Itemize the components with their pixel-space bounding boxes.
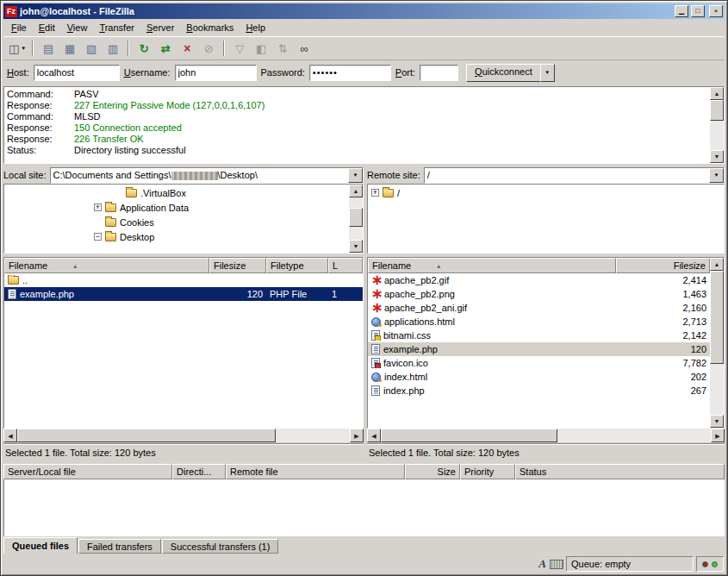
scroll-down-icon[interactable]: ▼ — [349, 240, 363, 253]
port-input[interactable] — [420, 65, 458, 81]
file-row[interactable]: ∗ apache_pb2.gif 2,414 — [368, 273, 710, 287]
file-row[interactable]: index.html 202 — [368, 370, 710, 384]
file-row-parent-dir[interactable]: .. — [4, 273, 363, 287]
scroll-left-icon[interactable]: ◀ — [367, 429, 381, 442]
tab-failed-transfers[interactable]: Failed transfers — [78, 539, 161, 554]
menu-server[interactable]: Server — [140, 20, 180, 35]
scrollbar-track[interactable] — [276, 429, 350, 442]
speed-limit-icon[interactable] — [550, 560, 563, 569]
local-horizontal-scrollbar[interactable]: ◀ ▶ — [3, 429, 364, 442]
column-header-size[interactable]: Size — [405, 464, 460, 479]
column-header-direction[interactable]: Directi... — [172, 464, 226, 479]
column-header-filesize[interactable]: Filesize — [616, 258, 710, 273]
queue-list-body[interactable] — [3, 479, 725, 536]
scrollbar-thumb[interactable] — [381, 429, 557, 442]
expand-plus-icon[interactable]: + — [371, 189, 379, 197]
scroll-down-icon[interactable]: ▼ — [710, 415, 724, 428]
tree-item-application-data[interactable]: + Application Data — [4, 200, 349, 215]
scroll-up-icon[interactable]: ▲ — [710, 87, 724, 100]
column-header-remote-file[interactable]: Remote file — [226, 464, 405, 479]
collapse-minus-icon[interactable]: − — [94, 233, 102, 241]
tree-item-virtualbox[interactable]: .VirtualBox — [4, 185, 349, 200]
column-header-filetype[interactable]: Filetype — [266, 258, 328, 273]
toggle-local-tree-button[interactable]: ▦ — [59, 39, 80, 58]
tree-item-root[interactable]: + / — [368, 185, 724, 200]
remote-vertical-scrollbar[interactable]: ▲ ▼ — [710, 258, 724, 428]
local-path-dropdown-button[interactable]: ▼ — [348, 168, 363, 183]
column-header-last-modified[interactable]: L — [328, 258, 363, 273]
file-row[interactable]: favicon.ico 7,782 — [368, 356, 710, 370]
column-header-filesize[interactable]: Filesize — [209, 258, 266, 273]
quickconnect-dropdown-button[interactable]: ▼ — [540, 64, 555, 82]
menu-transfer[interactable]: Transfer — [93, 20, 140, 35]
tab-queued-files[interactable]: Queued files — [3, 537, 78, 554]
menu-file[interactable]: File — [5, 20, 33, 35]
scrollbar-thumb[interactable] — [349, 208, 363, 227]
tree-item-cookies[interactable]: Cookies — [4, 215, 349, 229]
column-header-filename[interactable]: Filename ▴ — [4, 258, 209, 273]
scroll-left-icon[interactable]: ◀ — [3, 429, 17, 442]
scroll-right-icon[interactable]: ▶ — [711, 429, 725, 442]
toggle-queue-button[interactable]: ▥ — [103, 39, 123, 58]
sync-browse-button[interactable]: ⇅ — [272, 39, 293, 58]
process-queue-button[interactable]: ⇄ — [155, 39, 176, 58]
tree-item-desktop[interactable]: − Desktop — [4, 229, 349, 244]
menu-view[interactable]: View — [61, 20, 94, 35]
file-row[interactable]: applications.html 2,713 — [368, 315, 710, 329]
minimize-button[interactable]: ▁ — [675, 5, 688, 17]
quickconnect-button[interactable]: Quickconnect — [466, 64, 541, 82]
close-button[interactable]: × — [709, 5, 723, 17]
find-button[interactable]: ∞ — [294, 39, 314, 58]
filter-button[interactable]: ▽ — [229, 39, 250, 58]
local-tree-scrollbar[interactable]: ▲ ▼ — [349, 185, 363, 253]
file-row-example-php[interactable]: example.php 120 — [368, 342, 710, 356]
column-header-server-local-file[interactable]: Server/Local file — [3, 464, 172, 479]
local-path-combobox[interactable]: C:\Documents and Settings\\Desktop\ ▼ — [50, 167, 364, 184]
file-row[interactable]: bitnami.css 2,142 — [368, 329, 710, 342]
scroll-up-icon[interactable]: ▲ — [710, 258, 724, 271]
scrollbar-track[interactable] — [557, 429, 711, 442]
menu-help[interactable]: Help — [240, 20, 271, 35]
scroll-up-icon[interactable]: ▲ — [349, 185, 363, 197]
disconnect-button[interactable]: ⊘ — [198, 39, 219, 58]
column-header-status[interactable]: Status — [515, 464, 725, 479]
title-bar[interactable]: Fz john@localhost - FileZilla ▁ □ × — [3, 3, 725, 19]
chevron-down-icon[interactable]: ▼ — [21, 46, 26, 51]
file-row[interactable]: ∗ apache_pb2.png 1,463 — [368, 287, 710, 301]
scroll-down-icon[interactable]: ▼ — [710, 150, 724, 163]
tab-successful-transfers[interactable]: Successful transfers (1) — [162, 539, 279, 554]
remote-horizontal-scrollbar[interactable]: ◀ ▶ — [367, 429, 725, 442]
message-log-scrollbar[interactable]: ▲ ▼ — [710, 87, 724, 163]
refresh-button[interactable]: ↻ — [134, 39, 154, 58]
scrollbar-track[interactable] — [349, 197, 363, 208]
scrollbar-track[interactable] — [710, 121, 724, 150]
compare-button[interactable]: ◧ — [251, 39, 271, 58]
password-input[interactable] — [309, 65, 391, 81]
toggle-remote-tree-button[interactable]: ▧ — [81, 39, 102, 58]
scrollbar-track[interactable] — [349, 227, 363, 240]
refresh-icon: ↻ — [140, 43, 149, 54]
scrollbar-thumb[interactable] — [710, 100, 724, 121]
maximize-button[interactable]: □ — [691, 5, 705, 17]
cancel-button[interactable]: × — [177, 39, 197, 58]
file-row[interactable]: index.php 267 — [368, 384, 710, 398]
remote-path-combobox[interactable]: / ▼ — [424, 167, 725, 184]
data-type-indicator-icon[interactable]: A — [538, 557, 547, 571]
expand-plus-icon[interactable]: + — [94, 203, 102, 211]
menu-bookmarks[interactable]: Bookmarks — [180, 20, 240, 35]
remote-path-dropdown-button[interactable]: ▼ — [709, 168, 724, 183]
menu-edit[interactable]: Edit — [33, 20, 61, 35]
file-row[interactable]: ∗ apache_pb2_ani.gif 2,160 — [368, 301, 710, 315]
username-input[interactable] — [175, 65, 257, 81]
host-input[interactable] — [34, 65, 120, 81]
file-row-example-php[interactable]: example.php 120 PHP File 1 — [4, 287, 363, 301]
scrollbar-thumb[interactable] — [710, 271, 724, 364]
column-header-filename[interactable]: Filename ▴ — [368, 258, 616, 273]
column-header-priority[interactable]: Priority — [460, 464, 515, 479]
scrollbar-track[interactable] — [710, 364, 724, 415]
scrollbar-thumb[interactable] — [17, 429, 276, 442]
scroll-right-icon[interactable]: ▶ — [350, 429, 364, 442]
filename: applications.html — [384, 316, 455, 327]
site-manager-button[interactable]: ◫ ▼ — [7, 39, 28, 58]
toggle-message-log-button[interactable]: ▤ — [38, 39, 59, 58]
